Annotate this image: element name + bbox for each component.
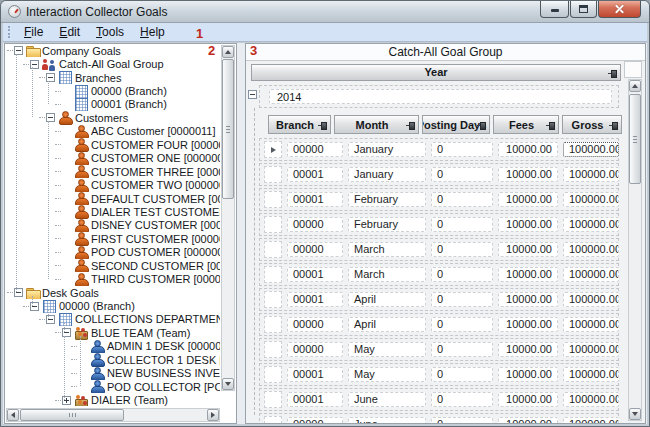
- column-header-month[interactable]: Month: [334, 115, 419, 134]
- menu-help[interactable]: Help: [132, 24, 173, 40]
- scroll-down-button[interactable]: [222, 378, 234, 390]
- column-header-posting-days[interactable]: Posting Days: [422, 115, 490, 134]
- tree-item-admin-1-desk-0000000[interactable]: ADMIN 1 DESK [0000000]: [6, 340, 220, 353]
- grid-cell-posting-days[interactable]: 0: [431, 142, 493, 157]
- grid-row[interactable]: 00001May010000.00100000.00: [259, 363, 619, 386]
- scroll-thumb[interactable]: [20, 409, 124, 421]
- scroll-thumb[interactable]: [222, 59, 234, 199]
- scroll-up-button[interactable]: [222, 46, 234, 58]
- scroll-left-button[interactable]: [7, 409, 19, 421]
- pin-icon[interactable]: [609, 122, 618, 129]
- grid-vertical-scrollbar[interactable]: [628, 79, 642, 421]
- grid-cell-fees[interactable]: 10000.00: [498, 392, 558, 407]
- grid-cell-fees[interactable]: 10000.00: [498, 267, 558, 282]
- grid-cell-gross[interactable]: 100000.00: [563, 392, 619, 407]
- grid-cell-month[interactable]: April: [348, 317, 426, 332]
- grid-cell-fees[interactable]: 10000.00: [498, 367, 558, 382]
- grid-cell-branch[interactable]: 00001: [287, 167, 343, 182]
- tree-item-company-goals[interactable]: Company Goals: [6, 44, 220, 57]
- tree-item-00001-branch[interactable]: 00001 (Branch): [6, 98, 220, 111]
- grid-cell-branch[interactable]: 00000: [287, 417, 343, 423]
- tree-item-abc-customer-0000011[interactable]: ABC Customer [0000011]: [6, 125, 220, 138]
- tree-item-dialer-test-customer-000[interactable]: DIALER TEST CUSTOMER [000: [6, 205, 220, 218]
- grid-cell-gross[interactable]: 100000.00: [563, 342, 619, 357]
- grid-cell-gross[interactable]: 100000.00: [563, 417, 619, 423]
- grid-cell-month[interactable]: April: [348, 292, 426, 307]
- tree-item-customers[interactable]: Customers: [6, 111, 220, 124]
- grid-row[interactable]: 00001June010000.00100000.00: [259, 388, 619, 411]
- grid-cell-posting-days[interactable]: 0: [431, 267, 493, 282]
- grid-row[interactable]: 00001March010000.00100000.00: [259, 263, 619, 286]
- grid-row[interactable]: 00000May010000.00100000.00: [259, 338, 619, 361]
- grid-cell-posting-days[interactable]: 0: [431, 242, 493, 257]
- tree-item-00000-branch[interactable]: 00000 (Branch): [6, 299, 220, 312]
- grid-cell-posting-days[interactable]: 0: [431, 342, 493, 357]
- grid-cell-branch[interactable]: 00000: [287, 317, 343, 332]
- scroll-up-button[interactable]: [629, 80, 641, 92]
- tree-item-collections-department-dep[interactable]: COLLECTIONS DEPARTMENT (Dep: [6, 313, 220, 326]
- close-button[interactable]: [598, 1, 641, 18]
- grid-cell-fees[interactable]: 10000.00: [498, 192, 558, 207]
- grid-cell-month[interactable]: February: [348, 192, 426, 207]
- tree-item-customer-three-0000004[interactable]: CUSTOMER THREE [0000004]: [6, 165, 220, 178]
- tree-item-third-customer-0000009[interactable]: THIRD CUSTOMER [0000009]: [6, 272, 220, 285]
- title-bar[interactable]: Interaction Collector Goals: [1, 1, 649, 23]
- grid-row[interactable]: 00000February010000.00100000.00: [259, 213, 619, 236]
- grid-cell-fees[interactable]: 10000.00: [498, 167, 558, 182]
- grid-cell-posting-days[interactable]: 0: [431, 167, 493, 182]
- grid-cell-posting-days[interactable]: 0: [431, 417, 493, 423]
- menu-edit[interactable]: Edit: [51, 24, 88, 40]
- grid-cell-gross[interactable]: 100000.00: [563, 217, 619, 232]
- tree-horizontal-scrollbar[interactable]: [6, 408, 220, 422]
- tree-item-catch-all-goal-group[interactable]: Catch-All Goal Group: [6, 57, 220, 70]
- grid-cell-fees[interactable]: 10000.00: [498, 342, 558, 357]
- scroll-right-button[interactable]: [207, 409, 219, 421]
- tree-item-collector-1-desk-c1[interactable]: COLLECTOR 1 DESK [C1] (: [6, 353, 220, 366]
- grid-row[interactable]: 00001April010000.00100000.00: [259, 288, 619, 311]
- grid-cell-gross[interactable]: 100000.00: [563, 142, 619, 157]
- scroll-thumb[interactable]: [629, 94, 641, 184]
- scroll-down-button[interactable]: [629, 408, 641, 420]
- grid-cell-branch[interactable]: 00001: [287, 367, 343, 382]
- grid-cell-fees[interactable]: 10000.00: [498, 317, 558, 332]
- grid-cell-branch[interactable]: 00000: [287, 142, 343, 157]
- grid-cell-branch[interactable]: 00001: [287, 392, 343, 407]
- grid-cell-fees[interactable]: 10000.00: [498, 417, 558, 423]
- tree-item-desk-goals[interactable]: Desk Goals: [6, 286, 220, 299]
- tree-item-customer-four-0000006[interactable]: CUSTOMER FOUR [0000006]: [6, 138, 220, 151]
- grid-row[interactable]: 00000March010000.00100000.00: [259, 238, 619, 261]
- column-header-branch[interactable]: Branch: [268, 115, 331, 134]
- grid-cell-month[interactable]: January: [348, 142, 426, 157]
- grid-cell-gross[interactable]: 100000.00: [563, 192, 619, 207]
- pin-icon[interactable]: [546, 122, 555, 129]
- grid-cell-month[interactable]: March: [348, 242, 426, 257]
- tree-item-dialer-team[interactable]: DIALER (Team): [6, 393, 220, 406]
- tree-item-new-business-inventor[interactable]: NEW BUSINESS INVENTOR: [6, 367, 220, 380]
- grid-cell-posting-days[interactable]: 0: [431, 217, 493, 232]
- tree-item-customer-two-0000002[interactable]: CUSTOMER TWO [0000002]: [6, 178, 220, 191]
- minimize-button[interactable]: [540, 1, 569, 18]
- tree-item-disney-customer-0000010[interactable]: DISNEY CUSTOMER [0000010]: [6, 219, 220, 232]
- pin-icon[interactable]: [477, 122, 486, 129]
- grid-cell-month[interactable]: May: [348, 342, 426, 357]
- grid-cell-fees[interactable]: 10000.00: [498, 142, 558, 157]
- grid-cell-posting-days[interactable]: 0: [431, 367, 493, 382]
- grid-cell-gross[interactable]: 100000.00: [563, 317, 619, 332]
- tree-item-first-customer-0000007[interactable]: FIRST CUSTOMER [0000007]: [6, 232, 220, 245]
- tree-item-pod-customer-0000003[interactable]: POD CUSTOMER [0000003]: [6, 246, 220, 259]
- grid-cell-month[interactable]: June: [348, 392, 426, 407]
- tree-vertical-scrollbar[interactable]: [221, 45, 235, 391]
- tree-item-pod-collector-pod-d[interactable]: POD COLLECTOR [POD] (D: [6, 380, 220, 393]
- tree-item-00000-branch[interactable]: 00000 (Branch): [6, 84, 220, 97]
- grid-cell-month[interactable]: March: [348, 267, 426, 282]
- grid-row[interactable]: 00000June010000.00100000.00: [259, 413, 619, 423]
- grid-cell-branch[interactable]: 00000: [287, 217, 343, 232]
- pin-icon[interactable]: [406, 122, 415, 129]
- grid-cell-gross[interactable]: 100000.00: [563, 292, 619, 307]
- tree-item-blue-team-team[interactable]: BLUE TEAM (Team): [6, 326, 220, 339]
- band-header-year[interactable]: Year: [251, 64, 621, 81]
- pin-icon[interactable]: [318, 122, 327, 129]
- column-header-fees[interactable]: Fees: [493, 115, 559, 134]
- grid-cell-gross[interactable]: 100000.00: [563, 267, 619, 282]
- grid-cell-posting-days[interactable]: 0: [431, 317, 493, 332]
